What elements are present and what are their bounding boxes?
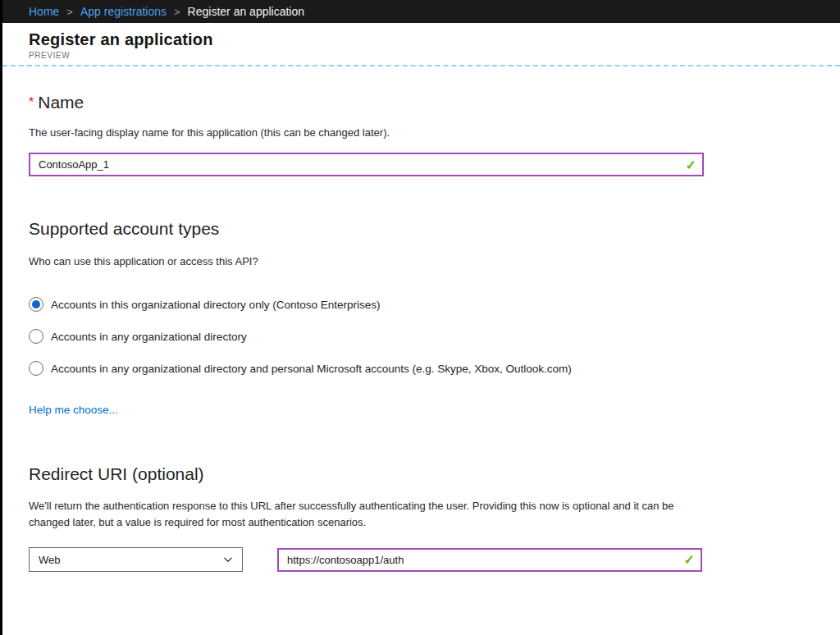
radio-option-multi-tenant[interactable]: Accounts in any organizational directory	[29, 329, 840, 344]
register-form: *Name The user-facing display name for t…	[2, 66, 840, 572]
redirect-uri-input[interactable]	[277, 548, 702, 572]
name-description: The user-facing display name for this ap…	[29, 126, 840, 139]
radio-unselected-icon[interactable]	[29, 329, 43, 344]
account-types-section: Supported account types Who can use this…	[29, 219, 840, 417]
radio-option-label: Accounts in this organizational director…	[51, 299, 380, 311]
redirect-uri-description: We'll return the authentication response…	[29, 498, 695, 530]
breadcrumb: Home > App registrations > Register an a…	[2, 0, 840, 23]
breadcrumb-app-registrations-link[interactable]: App registrations	[80, 5, 167, 18]
redirect-uri-controls: Web ✓	[29, 547, 840, 572]
redirect-uri-heading: Redirect URI (optional)	[29, 464, 840, 484]
page-title: Register an application	[29, 30, 840, 49]
uri-field-wrap: ✓	[277, 548, 702, 572]
radio-option-single-tenant[interactable]: Accounts in this organizational director…	[29, 297, 840, 312]
breadcrumb-home-link[interactable]: Home	[29, 5, 59, 18]
name-section: *Name The user-facing display name for t…	[29, 93, 840, 176]
radio-option-multi-tenant-personal[interactable]: Accounts in any organizational directory…	[29, 361, 840, 376]
radio-selected-icon[interactable]	[29, 297, 43, 312]
account-types-heading: Supported account types	[29, 219, 840, 239]
name-heading: *Name	[29, 93, 840, 112]
name-heading-label: Name	[38, 93, 84, 112]
breadcrumb-separator-icon: >	[66, 6, 73, 18]
radio-option-label: Accounts in any organizational directory	[51, 331, 247, 343]
redirect-uri-section: Redirect URI (optional) We'll return the…	[29, 464, 840, 572]
preview-badge: PREVIEW	[29, 51, 840, 60]
radio-unselected-icon[interactable]	[29, 361, 43, 376]
help-me-choose-link[interactable]: Help me choose...	[29, 404, 118, 416]
name-field-wrap: ✓	[29, 153, 704, 176]
account-types-question: Who can use this application or access t…	[29, 255, 840, 267]
platform-select-value: Web	[39, 554, 61, 566]
breadcrumb-separator-icon: >	[174, 6, 180, 18]
breadcrumb-current-page: Register an application	[188, 5, 304, 18]
radio-option-label: Accounts in any organizational directory…	[51, 363, 572, 375]
chevron-down-icon	[222, 554, 234, 565]
page-header: Register an application PREVIEW	[2, 23, 840, 66]
app-name-input[interactable]	[29, 153, 704, 176]
account-types-radio-group: Accounts in this organizational director…	[29, 297, 840, 376]
required-asterisk: *	[29, 95, 34, 109]
platform-type-select[interactable]: Web	[29, 547, 243, 572]
